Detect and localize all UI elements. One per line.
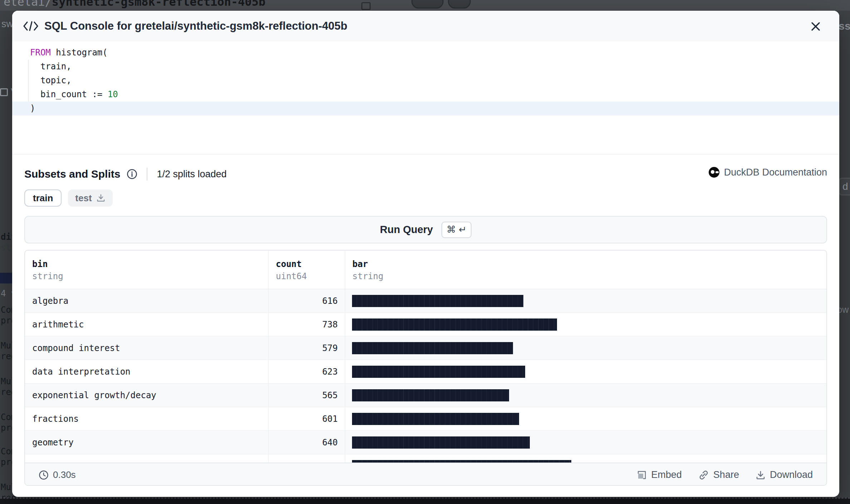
background-pill-button — [411, 0, 444, 9]
indent-guide — [28, 60, 29, 102]
close-icon — [810, 21, 821, 32]
code-line: topic, — [12, 74, 839, 88]
histogram-bar — [352, 342, 513, 354]
count-cell: 601 — [269, 407, 345, 430]
table-row: exponential growth/decay565 — [25, 384, 826, 407]
code-line: ) — [12, 102, 839, 115]
column-header-bar: bar string — [345, 251, 826, 289]
modal-header: SQL Console for gretelai/synthetic-gsm8k… — [12, 11, 839, 41]
subsets-and-splits-row: Subsets and Splits 1/2 splits loaded Duc… — [24, 167, 827, 182]
background-repo-title: etelai/synthetic-gsm8k-reflection-405b — [4, 0, 265, 9]
bin-cell: geometry — [25, 431, 269, 454]
split-button-train[interactable]: train — [24, 189, 62, 207]
code-line: train, — [12, 60, 839, 74]
run-query-button[interactable]: Run Query ⌘ ↵ — [24, 216, 827, 243]
download-button[interactable]: Download — [756, 469, 813, 480]
embed-button[interactable]: Embed — [637, 469, 682, 480]
close-button[interactable] — [809, 19, 823, 34]
splits-loaded-status: 1/2 splits loaded — [157, 169, 226, 180]
info-icon[interactable] — [127, 169, 137, 179]
bar-cell — [345, 313, 826, 336]
code-line: FROM histogram( — [12, 46, 839, 60]
table-row: data interpretation623 — [25, 360, 826, 384]
code-icon — [23, 20, 39, 32]
enter-key-icon: ↵ — [459, 224, 466, 235]
duckdb-logo-icon — [708, 167, 720, 178]
table-body: algebra616arithmetic738compound interest… — [25, 289, 826, 454]
histogram-bar — [352, 389, 509, 401]
bar-cell — [345, 289, 826, 312]
sql-console-modal: SQL Console for gretelai/synthetic-gsm8k… — [12, 11, 839, 497]
count-cell: 738 — [269, 313, 345, 336]
code-line: bin_count := 10 — [12, 88, 839, 102]
bar-cell — [345, 431, 826, 454]
bin-cell: compound interest — [25, 336, 269, 360]
histogram-bar — [352, 366, 525, 378]
vertical-separator — [147, 168, 147, 181]
cmd-key-icon: ⌘ — [446, 224, 456, 235]
run-query-label: Run Query — [380, 224, 433, 236]
histogram-bar — [352, 295, 523, 307]
partial-table-row — [25, 454, 826, 463]
sql-editor[interactable]: FROM histogram( train, topic, bin_count … — [12, 41, 839, 154]
copy-icon — [361, 2, 371, 10]
table-row: arithmetic738 — [25, 313, 826, 336]
embed-icon — [637, 470, 647, 480]
histogram-bar — [352, 460, 571, 463]
download-icon — [96, 193, 106, 203]
bar-cell — [345, 384, 826, 407]
background-page-header: etelai/synthetic-gsm8k-reflection-405b — [0, 0, 850, 11]
duration-value: 0.30s — [53, 469, 76, 480]
background-table-band — [0, 498, 850, 504]
table-row: compound interest579 — [25, 336, 826, 360]
count-cell: 565 — [269, 384, 345, 407]
repo-prefix: etelai/ — [4, 0, 52, 9]
table-row: algebra616 — [25, 289, 826, 313]
results-table: bin string count uint64 bar string algeb… — [24, 250, 827, 486]
bin-cell: fractions — [25, 407, 269, 430]
bin-cell: arithmetic — [25, 313, 269, 336]
result-actions: Embed Share — [637, 469, 813, 480]
table-icon — [0, 88, 8, 96]
table-header-row: bin string count uint64 bar string — [25, 251, 826, 289]
histogram-bar — [352, 413, 519, 425]
bin-cell: data interpretation — [25, 360, 269, 383]
clock-icon — [39, 470, 49, 480]
bar-cell — [345, 336, 826, 360]
share-button[interactable]: Share — [698, 469, 739, 480]
splits-row: traintest — [24, 189, 827, 207]
query-duration: 0.30s — [39, 469, 76, 480]
bar-cell — [345, 407, 826, 430]
background-pill-button — [448, 0, 471, 9]
share-link-icon — [698, 470, 709, 480]
histogram-bar — [352, 436, 530, 449]
duckdb-docs-link[interactable]: DuckDB Documentation — [708, 167, 827, 178]
duckdb-docs-label: DuckDB Documentation — [724, 167, 827, 178]
column-header-count: count uint64 — [269, 251, 345, 289]
modal-title: SQL Console for gretelai/synthetic-gsm8k… — [44, 20, 347, 33]
subsets-heading: Subsets and Splits — [24, 168, 120, 180]
screen: etelai/synthetic-gsm8k-reflection-405b s… — [0, 0, 850, 504]
background-selected-bar — [0, 273, 13, 283]
count-cell: 623 — [269, 360, 345, 383]
keyboard-shortcut-badge: ⌘ ↵ — [441, 222, 472, 238]
count-cell: 579 — [269, 336, 345, 360]
histogram-bar — [352, 318, 557, 331]
bar-cell — [345, 360, 826, 383]
table-row: geometry640 — [25, 431, 826, 454]
column-header-bin: bin string — [25, 251, 269, 289]
background-button-fragment: d — [839, 178, 850, 196]
bin-cell: algebra — [25, 289, 269, 312]
sql-code: FROM histogram( train, topic, bin_count … — [12, 46, 839, 115]
background-fragment: sw — [1, 19, 13, 30]
download-icon — [756, 470, 766, 480]
count-cell: 640 — [269, 431, 345, 454]
count-cell: 616 — [269, 289, 345, 312]
results-footer: 0.30s Embed — [25, 463, 826, 486]
bin-cell: exponential growth/decay — [25, 384, 269, 407]
split-button-test[interactable]: test — [68, 189, 112, 207]
table-row: fractions601 — [25, 407, 826, 431]
repo-name: synthetic-gsm8k-reflection-405b — [52, 0, 265, 9]
